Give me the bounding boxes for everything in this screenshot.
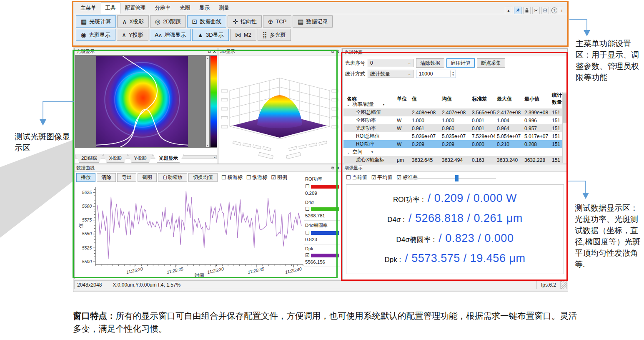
column-header-统计数量[interactable]: 统计数量 [552,92,562,106]
save-icon[interactable] [541,7,549,14]
filter-dropdown-icon[interactable]: ▼ [382,103,385,106]
stat-mode-select[interactable]: 统计数量⌄ [368,70,413,78]
table-row-全图总幅值[interactable]: 全图总幅值2.408e+082.407e+083.565e+052.417e+0… [343,108,562,116]
cell: 0.210 [497,141,524,147]
toolbar-button-3D显示[interactable]: ▲3D显示 [192,29,228,41]
info-icon[interactable]: i [560,7,564,14]
scissors-icon[interactable]: ✂ [532,7,540,14]
filter-dropdown-icon[interactable]: ▼ [371,151,374,154]
spot-calc-titlebar[interactable]: 光斑计算 [343,49,567,56]
legend-value: 5566.156 [305,259,339,264]
cell: 3632.645 [412,157,442,163]
toolbar-button-TCP[interactable]: ⊕TCP [263,15,292,28]
page: { "menu": { "items": ["主菜单", "工具", "配置管理… [0,0,644,340]
unchecked-checkbox-icon[interactable]: ☐ [305,184,310,189]
menu-item-测量[interactable]: 测量 [214,3,234,14]
toolbar-button-指向性[interactable]: ✛指向性 [228,15,262,28]
menu-item-光圈[interactable]: 光圈 [175,3,195,14]
toolbar-button-增强显示[interactable]: Aᴀ增强显示 [150,29,191,41]
menu-item-分辨率[interactable]: 分辨率 [150,3,175,14]
beam-image[interactable] [96,56,188,147]
close-icon[interactable]: × [336,49,339,55]
curve-checkbox-纵游标[interactable]: ☐纵游标 [246,174,268,181]
column-header-最大值[interactable]: 最大值 [497,96,524,103]
toolbar-button-Y投影[interactable]: ∧Y投影 [117,29,148,41]
collapse-caret-icon[interactable]: ⌄ [347,150,350,154]
column-header-单位[interactable]: 单位 [397,96,412,103]
enhanced-titlebar[interactable]: 增强显示 [343,164,567,172]
table-row-全图功率[interactable]: 全图功率W1.0001.0000.0011.0040.996151 [343,116,562,124]
beam-tab-光斑显示[interactable]: 光斑显示 [153,154,184,163]
enhanced-checkbox-平均值[interactable]: ☑平均值 [371,174,393,181]
column-header-最小值[interactable]: 最小值 [524,96,552,103]
toolbar-button-2D跟踪[interactable]: ◎2D跟踪 [150,15,186,28]
3d-surface-plot[interactable] [219,55,341,163]
curve-button-切换均值[interactable]: 切换均值 [188,173,218,182]
curve-checkbox-横游标[interactable]: ☐横游标 [221,174,243,181]
toolbar-button-数据记录[interactable]: ▤数据记录 [293,15,333,28]
table-row-ROI总幅值[interactable]: ROI总幅值5.036e+075.035e+077.528e+045.054e+… [343,132,562,140]
unchecked-checkbox-icon[interactable]: ☐ [305,230,310,236]
beam-tab-Y投影[interactable]: Y投影 [128,154,153,163]
slider-thumb[interactable] [455,175,459,181]
beam-panel-titlebar[interactable]: 光斑显示 ⧉ × [75,48,218,55]
toolbar-button-光斑显示[interactable]: ◉光斑显示 [76,29,115,41]
menu-item-工具[interactable]: 工具 [101,3,120,14]
surface-3d-titlebar[interactable]: 3D显示 ⧉ × [218,48,341,55]
table-scrollbar[interactable] [562,92,567,163]
lock-icon[interactable] [523,7,531,14]
menu-item-配置管理[interactable]: 配置管理 [120,3,150,14]
surface-3d-panel: 3D显示 ⧉ × [218,48,341,164]
curve-button-清除[interactable]: 清除 [97,173,116,182]
svg-text:11:25:40: 11:25:40 [285,266,302,275]
float-window-icon[interactable]: ⧉ [208,49,211,54]
curve-button-导出[interactable]: 导出 [117,173,136,182]
close-icon[interactable]: × [213,49,216,55]
cell: 3632.228 [524,157,552,163]
svg-text:11:25:25: 11:25:25 [166,266,184,275]
calc-button-启用计算[interactable]: 启用计算 [446,58,475,68]
toolbar-button-X投影[interactable]: ∧X投影 [117,15,149,28]
cell: 2.417e+08 [497,110,524,116]
restore-window-icon[interactable]: ⧉ [331,166,334,171]
cell: 2.399e+08 [524,110,552,116]
column-header-值[interactable]: 值 [412,96,442,103]
stat-count-spinner[interactable]: 10000 ▲▼ [416,70,456,78]
curve-button-播放[interactable]: 播放 [76,173,95,182]
curve-button-截图[interactable]: 截图 [138,173,157,182]
table-row-质心X轴坐标[interactable]: 质心X轴坐标μm3632.6453632.4940.1633633.240363… [343,156,562,164]
enhanced-checkbox-当前值[interactable]: ☐当前值 [346,174,367,181]
menu-item-显示[interactable]: 显示 [195,3,214,14]
float-window-icon[interactable]: ⧉ [331,49,334,54]
checked-checkbox-icon[interactable]: ☑ [305,252,310,258]
table-row-光斑功率[interactable]: 光斑功率W0.9610.9600.0010.9640.957151 [343,124,562,132]
pin-icon[interactable] [514,7,521,14]
toolbar-button-多光斑[interactable]: ⣿多光斑 [258,29,291,41]
calc-button-清除数据[interactable]: 清除数据 [416,58,444,68]
beam-vertical-scrollbar[interactable]: ▴▾ [206,56,209,147]
table-row-ROI功率[interactable]: ROI功率W0.2090.2090.0000.2100.208151 [343,140,562,148]
spot-seq-select[interactable]: 0⌄ [368,59,413,67]
toolbar-button-光斑计算[interactable]: ▦光斑计算 [76,15,116,28]
toolbar-button-M2[interactable]: ⋈M2 [230,29,256,41]
menu-item-主菜单[interactable]: 主菜单 [76,3,101,14]
data-curve-titlebar[interactable]: 数据曲线 ⧉ × [75,164,341,172]
toolbar-button-数据曲线[interactable]: ⊡数据曲线 [187,15,227,28]
column-header-标准差[interactable]: 标准差 [472,96,497,103]
svg-text:11:25:30: 11:25:30 [207,266,224,275]
beam-tab-2D跟踪[interactable]: 2D跟踪 [75,154,103,163]
collapse-caret-icon[interactable]: ⌄ [347,103,350,107]
unchecked-checkbox-icon[interactable]: ☐ [305,206,310,212]
help-icon[interactable]: ? [551,7,558,14]
calc-button-断点采集[interactable]: 断点采集 [477,58,505,68]
curve-button-自动缩放[interactable]: 自动缩放 [158,173,187,182]
close-icon[interactable]: × [336,165,339,171]
line-chart[interactable]: 55005525555055755600562511:25:2011:25:25… [77,184,306,280]
column-header-均值[interactable]: 均值 [442,96,472,103]
curve-checkbox-图例[interactable]: ☑图例 [271,174,287,181]
group-row-空间[interactable]: ⌄空间▼ [343,148,562,156]
font-size-slider[interactable] [405,178,496,179]
beam-tab-X投影[interactable]: X投影 [103,154,128,163]
collapse-icon[interactable]: ▲ [505,7,512,14]
resize-grip[interactable] [560,281,566,289]
